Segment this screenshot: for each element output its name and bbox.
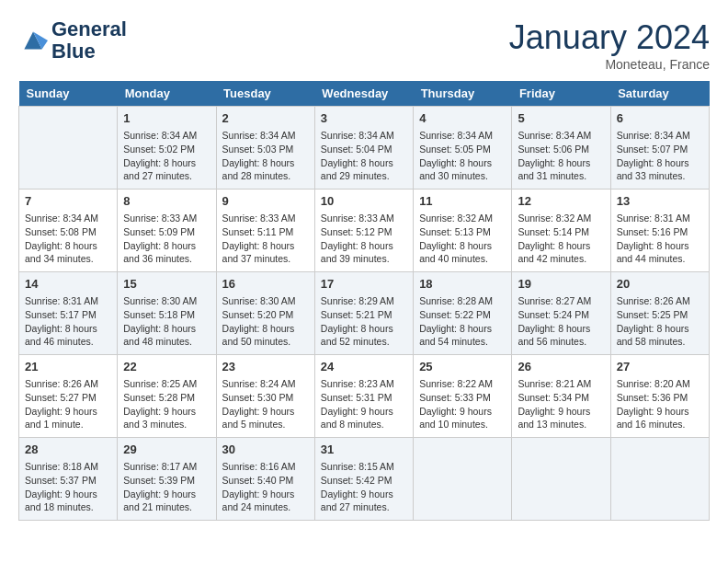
sunrise-text: Sunrise: 8:34 AM (222, 129, 309, 143)
cell-content: 23Sunrise: 8:24 AMSunset: 5:30 PMDayligh… (222, 359, 309, 431)
sunset-text: Sunset: 5:28 PM (123, 391, 210, 405)
header-day-saturday: Saturday (610, 81, 709, 107)
daylight-text: Daylight: 8 hours and 54 minutes. (419, 322, 506, 349)
day-number: 15 (123, 276, 210, 293)
day-number: 18 (419, 276, 506, 293)
day-number: 19 (518, 276, 604, 293)
sunrise-text: Sunrise: 8:33 AM (321, 212, 407, 225)
calendar-week-1: 1Sunrise: 8:34 AMSunset: 5:02 PMDaylight… (19, 107, 710, 190)
sunset-text: Sunset: 5:21 PM (321, 308, 407, 322)
sunrise-text: Sunrise: 8:15 AM (321, 460, 407, 474)
calendar-cell: 4Sunrise: 8:34 AMSunset: 5:05 PMDaylight… (414, 107, 512, 190)
day-number: 2 (222, 110, 309, 127)
calendar-cell: 13Sunrise: 8:31 AMSunset: 5:16 PMDayligh… (610, 190, 709, 272)
calendar-cell: 24Sunrise: 8:23 AMSunset: 5:31 PMDayligh… (314, 355, 413, 438)
daylight-text: Daylight: 8 hours and 58 minutes. (617, 322, 703, 349)
cell-content: 21Sunrise: 8:26 AMSunset: 5:27 PMDayligh… (25, 359, 111, 431)
calendar-cell: 29Sunrise: 8:17 AMSunset: 5:39 PMDayligh… (118, 438, 216, 521)
daylight-text: Daylight: 9 hours and 21 minutes. (123, 488, 210, 514)
calendar-cell: 21Sunrise: 8:26 AMSunset: 5:27 PMDayligh… (19, 355, 118, 438)
daylight-text: Daylight: 9 hours and 24 minutes. (222, 488, 309, 514)
calendar-cell (610, 438, 709, 521)
header-day-friday: Friday (512, 81, 610, 107)
calendar-cell: 16Sunrise: 8:30 AMSunset: 5:20 PMDayligh… (216, 272, 314, 355)
cell-content: 5Sunrise: 8:34 AMSunset: 5:06 PMDaylight… (518, 110, 604, 183)
sunset-text: Sunset: 5:34 PM (518, 391, 604, 405)
calendar-week-3: 14Sunrise: 8:31 AMSunset: 5:17 PMDayligh… (19, 272, 710, 355)
daylight-text: Daylight: 9 hours and 8 minutes. (321, 405, 407, 431)
cell-content: 18Sunrise: 8:28 AMSunset: 5:22 PMDayligh… (419, 276, 506, 349)
daylight-text: Daylight: 8 hours and 50 minutes. (222, 322, 309, 349)
sunset-text: Sunset: 5:22 PM (419, 308, 506, 322)
day-number: 13 (617, 193, 703, 210)
sunrise-text: Sunrise: 8:32 AM (518, 212, 604, 225)
calendar-cell: 26Sunrise: 8:21 AMSunset: 5:34 PMDayligh… (512, 355, 610, 438)
cell-content: 26Sunrise: 8:21 AMSunset: 5:34 PMDayligh… (518, 359, 604, 431)
calendar-cell (414, 438, 512, 521)
daylight-text: Daylight: 8 hours and 42 minutes. (518, 239, 604, 266)
sunset-text: Sunset: 5:05 PM (419, 143, 506, 156)
day-number: 7 (25, 193, 111, 210)
sunrise-text: Sunrise: 8:20 AM (617, 377, 703, 391)
cell-content: 24Sunrise: 8:23 AMSunset: 5:31 PMDayligh… (321, 359, 407, 431)
calendar-cell: 2Sunrise: 8:34 AMSunset: 5:03 PMDaylight… (216, 107, 314, 190)
sunrise-text: Sunrise: 8:31 AM (617, 212, 703, 225)
day-number: 1 (123, 110, 210, 127)
calendar-cell: 17Sunrise: 8:29 AMSunset: 5:21 PMDayligh… (314, 272, 413, 355)
sunset-text: Sunset: 5:06 PM (518, 143, 604, 156)
daylight-text: Daylight: 8 hours and 31 minutes. (518, 156, 604, 183)
daylight-text: Daylight: 8 hours and 30 minutes. (419, 156, 506, 183)
daylight-text: Daylight: 9 hours and 1 minute. (25, 405, 111, 431)
day-number: 30 (222, 442, 309, 458)
day-number: 3 (321, 110, 407, 127)
sunset-text: Sunset: 5:13 PM (419, 225, 506, 239)
header-day-wednesday: Wednesday (314, 81, 413, 107)
daylight-text: Daylight: 8 hours and 33 minutes. (617, 156, 703, 183)
day-number: 25 (419, 359, 506, 375)
sunrise-text: Sunrise: 8:34 AM (518, 129, 604, 143)
calendar-cell: 9Sunrise: 8:33 AMSunset: 5:11 PMDaylight… (216, 190, 314, 272)
calendar-cell: 14Sunrise: 8:31 AMSunset: 5:17 PMDayligh… (19, 272, 118, 355)
day-number: 14 (25, 276, 111, 293)
calendar-cell: 10Sunrise: 8:33 AMSunset: 5:12 PMDayligh… (314, 190, 413, 272)
cell-content: 27Sunrise: 8:20 AMSunset: 5:36 PMDayligh… (617, 359, 703, 431)
calendar-cell: 7Sunrise: 8:34 AMSunset: 5:08 PMDaylight… (19, 190, 118, 272)
daylight-text: Daylight: 8 hours and 37 minutes. (222, 239, 309, 266)
sunrise-text: Sunrise: 8:23 AM (321, 377, 407, 391)
sunrise-text: Sunrise: 8:32 AM (419, 212, 506, 225)
daylight-text: Daylight: 8 hours and 28 minutes. (222, 156, 309, 183)
day-number: 27 (617, 359, 703, 375)
day-number: 9 (222, 193, 309, 210)
cell-content: 2Sunrise: 8:34 AMSunset: 5:03 PMDaylight… (222, 110, 309, 183)
daylight-text: Daylight: 8 hours and 34 minutes. (25, 239, 111, 266)
calendar-week-4: 21Sunrise: 8:26 AMSunset: 5:27 PMDayligh… (19, 355, 710, 438)
cell-content: 30Sunrise: 8:16 AMSunset: 5:40 PMDayligh… (222, 442, 309, 514)
calendar-cell: 15Sunrise: 8:30 AMSunset: 5:18 PMDayligh… (118, 272, 216, 355)
daylight-text: Daylight: 9 hours and 27 minutes. (321, 488, 407, 514)
day-number: 29 (123, 442, 210, 458)
calendar-cell: 6Sunrise: 8:34 AMSunset: 5:07 PMDaylight… (610, 107, 709, 190)
day-number: 11 (419, 193, 506, 210)
calendar-cell: 1Sunrise: 8:34 AMSunset: 5:02 PMDaylight… (118, 107, 216, 190)
daylight-text: Daylight: 8 hours and 44 minutes. (617, 239, 703, 266)
calendar-cell: 8Sunrise: 8:33 AMSunset: 5:09 PMDaylight… (118, 190, 216, 272)
sunrise-text: Sunrise: 8:30 AM (123, 294, 210, 308)
sunrise-text: Sunrise: 8:25 AM (123, 377, 210, 391)
day-number: 24 (321, 359, 407, 375)
sunset-text: Sunset: 5:30 PM (222, 391, 309, 405)
sunrise-text: Sunrise: 8:17 AM (123, 460, 210, 474)
sunrise-text: Sunrise: 8:34 AM (321, 129, 407, 143)
cell-content: 17Sunrise: 8:29 AMSunset: 5:21 PMDayligh… (321, 276, 407, 349)
logo-line2: Blue (51, 40, 127, 63)
sunset-text: Sunset: 5:31 PM (321, 391, 407, 405)
sunset-text: Sunset: 5:17 PM (25, 308, 111, 322)
cell-content: 6Sunrise: 8:34 AMSunset: 5:07 PMDaylight… (617, 110, 703, 183)
calendar-cell: 3Sunrise: 8:34 AMSunset: 5:04 PMDaylight… (314, 107, 413, 190)
logo-icon (18, 26, 48, 55)
day-number: 10 (321, 193, 407, 210)
sunset-text: Sunset: 5:09 PM (123, 225, 210, 239)
sunrise-text: Sunrise: 8:26 AM (25, 377, 111, 391)
logo-text: General Blue (51, 18, 127, 63)
day-number: 17 (321, 276, 407, 293)
daylight-text: Daylight: 9 hours and 16 minutes. (617, 405, 703, 431)
